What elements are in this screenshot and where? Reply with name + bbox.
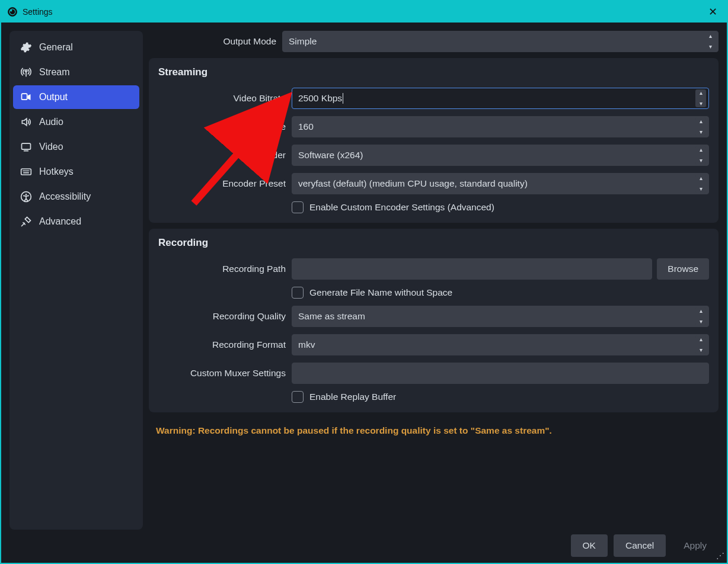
sidebar-item-label: Output xyxy=(39,92,68,102)
custom-muxer-label: Custom Muxer Settings xyxy=(158,368,286,379)
content-area: Output Mode Simple Streaming Video Bitra… xyxy=(149,31,719,530)
audio-bitrate-label: Audio Bitrate xyxy=(158,121,286,132)
svg-point-2 xyxy=(10,9,12,11)
sidebar-item-general[interactable]: General xyxy=(13,36,139,59)
sidebar-item-label: Stream xyxy=(39,67,70,78)
spinner-icon xyxy=(695,175,706,193)
output-mode-select[interactable]: Simple xyxy=(282,31,719,52)
sidebar-item-label: Advanced xyxy=(39,216,81,227)
recording-quality-select[interactable]: Same as stream xyxy=(292,306,709,327)
ok-button[interactable]: OK xyxy=(571,534,608,557)
tools-icon xyxy=(20,216,32,227)
sidebar-item-hotkeys[interactable]: Hotkeys xyxy=(13,160,139,184)
svg-rect-3 xyxy=(22,94,27,100)
keyboard-icon xyxy=(20,166,32,178)
gear-icon xyxy=(20,41,32,53)
video-bitrate-input[interactable]: 2500 Kbps xyxy=(292,88,709,109)
recording-path-label: Recording Path xyxy=(158,264,286,274)
sidebar-item-label: General xyxy=(39,42,73,53)
accessibility-icon xyxy=(20,191,32,203)
apply-button[interactable]: Apply xyxy=(672,534,719,557)
browse-button[interactable]: Browse xyxy=(657,258,709,280)
antenna-icon xyxy=(20,66,32,78)
output-icon xyxy=(20,91,32,103)
output-mode-label: Output Mode xyxy=(149,36,276,47)
recording-path-value[interactable] xyxy=(298,264,646,274)
sidebar-item-accessibility[interactable]: Accessibility xyxy=(13,185,139,209)
sidebar-item-label: Accessibility xyxy=(39,191,91,202)
spinner-icon xyxy=(695,118,706,136)
spinner-icon xyxy=(695,307,706,325)
speaker-icon xyxy=(20,116,32,128)
enable-custom-encoder-checkbox[interactable] xyxy=(292,201,304,213)
filename-nospace-label: Generate File Name without Space xyxy=(309,287,452,298)
input-value: 2500 Kbps xyxy=(298,93,342,104)
recording-format-select[interactable]: mkv xyxy=(292,334,709,355)
encoder-label: Encoder xyxy=(158,150,286,161)
section-title-streaming: Streaming xyxy=(158,66,709,78)
cancel-button[interactable]: Cancel xyxy=(614,534,666,557)
select-value: veryfast (default) (medium CPU usage, st… xyxy=(298,178,528,189)
encoder-preset-select[interactable]: veryfast (default) (medium CPU usage, st… xyxy=(292,173,709,194)
sidebar-item-label: Audio xyxy=(39,117,63,127)
svg-rect-5 xyxy=(21,169,31,175)
sidebar-item-output[interactable]: Output xyxy=(13,85,139,109)
select-value: Software (x264) xyxy=(298,150,363,161)
sidebar-item-advanced[interactable]: Advanced xyxy=(13,210,139,233)
select-value: Simple xyxy=(289,36,317,47)
window-title: Settings xyxy=(23,7,700,17)
titlebar[interactable]: Settings ✕ xyxy=(1,1,727,23)
spinner-icon[interactable] xyxy=(695,89,706,107)
spinner-icon xyxy=(705,33,716,50)
filename-nospace-checkbox[interactable] xyxy=(292,287,304,299)
recording-format-label: Recording Format xyxy=(158,339,286,350)
encoder-preset-label: Encoder Preset xyxy=(158,178,286,189)
select-value: Same as stream xyxy=(298,311,365,322)
close-icon[interactable]: ✕ xyxy=(705,5,721,18)
sidebar: General Stream Output Audio Video xyxy=(9,31,143,530)
recording-quality-label: Recording Quality xyxy=(158,311,286,322)
sidebar-item-label: Hotkeys xyxy=(39,166,74,177)
recording-panel: Recording Recording Path Browse Generate xyxy=(149,229,719,412)
replay-buffer-label: Enable Replay Buffer xyxy=(309,392,396,402)
section-title-recording: Recording xyxy=(158,237,709,249)
dialog-footer: OK Cancel Apply xyxy=(9,532,719,557)
svg-rect-4 xyxy=(22,143,31,149)
warning-text: Warning: Recordings cannot be paused if … xyxy=(149,418,719,440)
svg-point-7 xyxy=(25,194,27,196)
spinner-icon xyxy=(695,336,706,354)
recording-path-input[interactable] xyxy=(292,258,652,280)
spinner-icon xyxy=(695,146,706,164)
sidebar-item-video[interactable]: Video xyxy=(13,135,139,159)
sidebar-item-audio[interactable]: Audio xyxy=(13,110,139,134)
audio-bitrate-select[interactable]: 160 xyxy=(292,116,709,137)
custom-muxer-value[interactable] xyxy=(298,368,703,379)
video-bitrate-label: Video Bitrate xyxy=(158,93,286,104)
resize-grip-icon[interactable]: ⋰ xyxy=(716,551,724,560)
encoder-select[interactable]: Software (x264) xyxy=(292,145,709,166)
app-icon xyxy=(7,7,18,17)
custom-muxer-input[interactable] xyxy=(292,363,709,384)
sidebar-item-stream[interactable]: Stream xyxy=(13,60,139,84)
streaming-panel: Streaming Video Bitrate 2500 Kbps Audio … xyxy=(149,58,719,223)
enable-custom-encoder-label: Enable Custom Encoder Settings (Advanced… xyxy=(309,202,494,213)
monitor-icon xyxy=(20,141,32,153)
select-value: mkv xyxy=(298,339,315,350)
sidebar-item-label: Video xyxy=(39,142,63,152)
select-value: 160 xyxy=(298,121,314,132)
replay-buffer-checkbox[interactable] xyxy=(292,391,304,403)
